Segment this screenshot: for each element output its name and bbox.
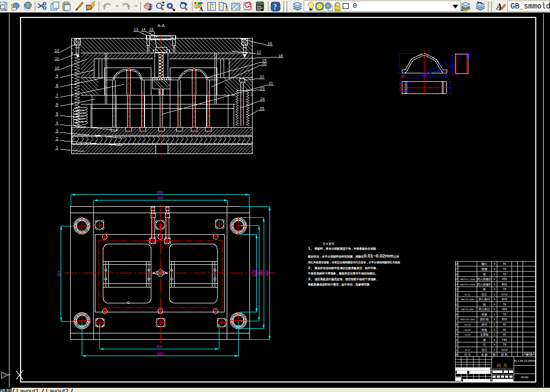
svg-text:T8: T8 xyxy=(503,313,506,316)
svg-text:柱: 柱 xyxy=(483,343,486,346)
svg-text:35: 35 xyxy=(447,86,450,89)
svg-text:簧: 簧 xyxy=(483,288,486,291)
svg-text:600: 600 xyxy=(157,190,163,194)
svg-text:型芯: 型芯 xyxy=(481,348,488,351)
svg-text:4: 4 xyxy=(494,338,495,341)
svg-text:垫: 垫 xyxy=(483,273,486,276)
svg-text:代 号: 代 号 xyxy=(464,353,471,356)
svg-text:Cr12: Cr12 xyxy=(501,293,508,296)
svg-text:T8: T8 xyxy=(503,288,506,291)
svg-text:404: 404 xyxy=(156,345,162,348)
svg-text:垫圈: 垫圈 xyxy=(481,267,487,271)
svg-text:00-11: 00-11 xyxy=(465,293,470,296)
svg-text:24: 24 xyxy=(260,97,265,101)
svg-text:B35: B35 xyxy=(502,318,507,321)
svg-text:模: 模 xyxy=(496,363,501,368)
svg-text:24: 24 xyxy=(460,54,463,57)
svg-text:簧: 簧 xyxy=(483,338,486,341)
svg-text:10: 10 xyxy=(455,303,458,306)
svg-text:7: 7 xyxy=(456,318,457,321)
svg-text:18: 18 xyxy=(278,53,283,58)
svg-text:3: 3 xyxy=(56,128,58,133)
svg-text:15: 15 xyxy=(149,27,153,31)
svg-text:T8: T8 xyxy=(503,273,506,276)
svg-text:2、模具所有运动部件应保证位置准确灵活，动作可靠，: 2、模具所有运动部件应保证位置准确灵活，动作可靠， xyxy=(308,265,379,270)
svg-text:GB/T70.1-2000: GB/T70.1-2000 xyxy=(460,278,476,281)
svg-text:15: 15 xyxy=(455,278,458,281)
svg-text:7: 7 xyxy=(56,93,58,98)
svg-text:B35: B35 xyxy=(502,298,507,301)
svg-text:?: ? xyxy=(273,3,277,11)
svg-text:T8: T8 xyxy=(503,303,506,306)
svg-text:材 料: 材 料 xyxy=(500,353,508,357)
svg-text:B5S: B5S xyxy=(501,283,507,286)
svg-text:45: 45 xyxy=(503,328,506,331)
svg-text:524: 524 xyxy=(157,352,163,356)
svg-text:PLJ-34.13.04403: PLJ-34.13.04403 xyxy=(514,359,535,362)
svg-text:6: 6 xyxy=(456,323,457,326)
svg-text:具: 具 xyxy=(503,363,508,368)
svg-text:00-00: 00-00 xyxy=(521,376,528,379)
svg-text:1: 1 xyxy=(456,348,457,351)
svg-text:22: 22 xyxy=(260,74,264,79)
svg-text:支撑板: 支撑板 xyxy=(480,333,489,337)
svg-text:1: 1 xyxy=(494,348,495,351)
svg-text:00-08: 00-08 xyxy=(465,333,471,336)
svg-text:技术要求: 技术要求 xyxy=(323,242,335,246)
svg-text:5: 5 xyxy=(456,328,457,331)
svg-text:00-10: 00-10 xyxy=(465,323,471,326)
svg-text:4: 4 xyxy=(494,303,495,306)
svg-text:36.5: 36.5 xyxy=(397,62,399,66)
svg-text:330: 330 xyxy=(255,270,258,276)
svg-text:4: 4 xyxy=(494,308,495,311)
svg-text:4: 4 xyxy=(56,120,58,125)
svg-text:圆柱销: 圆柱销 xyxy=(480,318,489,321)
svg-text:45S: 45S xyxy=(502,278,507,281)
svg-text:140: 140 xyxy=(422,75,427,78)
svg-text:1: 1 xyxy=(494,333,495,336)
svg-text:4: 4 xyxy=(494,298,495,301)
svg-text:弹簧: 弹簧 xyxy=(481,313,488,317)
svg-text:9: 9 xyxy=(56,73,58,78)
svg-text:20: 20 xyxy=(262,61,266,66)
svg-text:4: 4 xyxy=(494,267,495,271)
svg-text:16: 16 xyxy=(455,273,458,276)
svg-text:R3: R3 xyxy=(448,66,451,69)
svg-text:6: 6 xyxy=(56,102,58,107)
svg-text:4: 4 xyxy=(494,288,495,291)
svg-text:450: 450 xyxy=(158,196,164,200)
svg-text:8: 8 xyxy=(56,83,58,88)
svg-text:Cr12: Cr12 xyxy=(501,348,508,351)
svg-text:1: 1 xyxy=(494,273,495,276)
svg-text:11: 11 xyxy=(455,298,458,301)
svg-text:12: 12 xyxy=(55,48,59,53)
svg-text:2: 2 xyxy=(56,136,58,141)
svg-text:18: 18 xyxy=(455,262,458,265)
svg-text:11-07: 11-07 xyxy=(465,349,470,351)
svg-text:内六角螺钉: 内六角螺钉 xyxy=(477,278,492,281)
svg-text:2: 2 xyxy=(494,323,495,326)
svg-text:T8: T8 xyxy=(503,343,506,346)
svg-text:GB/T70.3-2000: GB/T70.3-2000 xyxy=(460,283,476,286)
svg-text:GB/T70-2000: GB/T70-2000 xyxy=(461,298,475,301)
svg-text:R4: R4 xyxy=(399,80,402,83)
svg-text:11: 11 xyxy=(55,56,59,61)
svg-text:用红丹粉显示查验，安装定位销间隙应均匀无变形，水平分型面间隙: 用红丹粉显示查验，安装定位销间隙应均匀无变形，水平分型面间隙用红丹检查 xyxy=(307,261,400,264)
svg-text:45: 45 xyxy=(503,333,506,336)
svg-text:A-A: A-A xyxy=(158,23,165,28)
svg-text:配合状况，水平分型面闭合时有间隙，间隙在0.01~0.02m: 配合状况，水平分型面闭合时有间隙，间隙在0.01~0.02mm之间 xyxy=(308,253,399,259)
svg-text:21: 21 xyxy=(268,81,273,85)
svg-text:GB/T70-2007: GB/T70-2007 xyxy=(461,308,475,311)
svg-text:8: 8 xyxy=(456,313,457,316)
svg-text:推板: 推板 xyxy=(481,328,488,331)
svg-text:12: 12 xyxy=(455,293,458,296)
svg-text:10: 10 xyxy=(55,65,59,70)
svg-text:3: 3 xyxy=(456,338,457,341)
svg-text:件: 件 xyxy=(455,353,458,356)
svg-text:45: 45 xyxy=(503,323,506,326)
svg-text:T8: T8 xyxy=(503,267,506,271)
svg-text:4: 4 xyxy=(494,278,495,281)
svg-text:14: 14 xyxy=(141,27,146,31)
svg-text:17: 17 xyxy=(257,50,261,54)
svg-text:3、浇注系统进行抛光处理，型芯型腔不得有干涉现象，: 3、浇注系统进行抛光处理，型芯型腔不得有干涉现象， xyxy=(308,276,379,281)
